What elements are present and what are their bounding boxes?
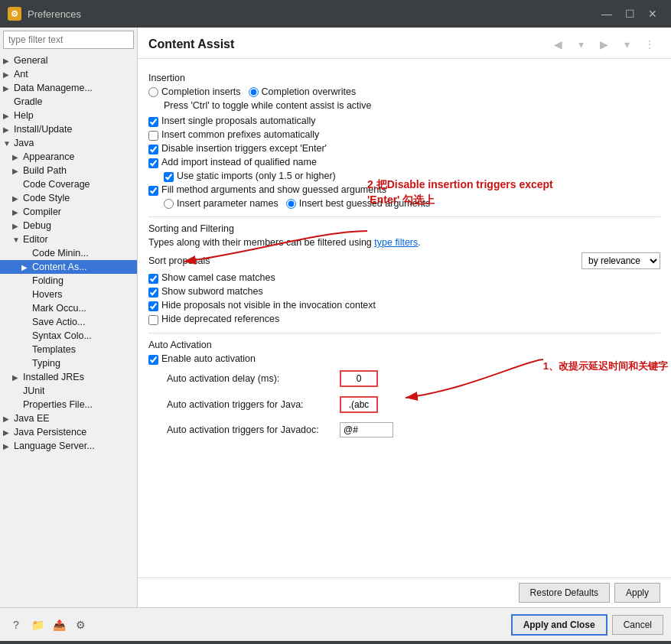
activation-delay-input[interactable] — [340, 370, 378, 387]
type-filters-link[interactable]: type filters — [374, 237, 418, 248]
sidebar-item-save-actions[interactable]: Save Actio... — [0, 315, 137, 329]
sidebar-label-editor: Editor — [23, 234, 48, 245]
sidebar-label-general: General — [14, 55, 47, 66]
activation-triggers-javadoc-label: Auto activation triggers for Javadoc: — [167, 424, 335, 435]
activation-triggers-java-input[interactable] — [340, 396, 378, 413]
restore-defaults-button[interactable]: Restore Defaults — [519, 583, 610, 603]
param-radio-group: Insert parameter names Insert best guess… — [164, 198, 660, 209]
sidebar-item-editor[interactable]: ▼Editor — [0, 233, 137, 246]
arrow-icon-code-style: ▶ — [12, 194, 23, 203]
arrow-icon-help: ▶ — [3, 112, 14, 120]
close-button[interactable]: ✕ — [642, 5, 663, 23]
sidebar-label-build-path: Build Path — [23, 165, 67, 176]
completion-overwrites-radio[interactable]: Completion overwrites — [249, 86, 357, 97]
use-static-cb[interactable]: Use static imports (only 1.5 or higher) — [164, 171, 660, 182]
auto-activation-label: Auto Activation — [148, 340, 660, 350]
arrow-icon-debug: ▶ — [12, 222, 23, 230]
sidebar-item-mark-occurrences[interactable]: Mark Occu... — [0, 301, 137, 315]
content-footer: Restore Defaults Apply — [138, 577, 671, 607]
sidebar-label-gradle: Gradle — [14, 96, 43, 107]
sidebar-item-installed-jres[interactable]: ▶Installed JREs — [0, 370, 137, 384]
activation-triggers-java-row: Auto activation triggers for Java: — [167, 396, 660, 413]
sidebar-item-language-server[interactable]: ▶Language Server... — [0, 439, 137, 453]
sidebar-item-gradle[interactable]: Gradle — [0, 95, 137, 109]
sidebar-item-compiler[interactable]: ▶Compiler — [0, 205, 137, 219]
arrow-icon-install-update: ▶ — [3, 125, 14, 134]
sidebar-item-syntax-coloring[interactable]: Syntax Colo... — [0, 329, 137, 343]
arrow-icon-language-server: ▶ — [3, 442, 14, 450]
sidebar-item-hovers[interactable]: Hovers — [0, 288, 137, 301]
arrow-icon-general: ▶ — [3, 57, 14, 65]
sidebar-label-java-ee: Java EE — [14, 413, 50, 424]
help-icon[interactable]: ? — [8, 616, 24, 633]
window-controls: — ☐ ✕ — [596, 5, 663, 23]
sidebar-item-code-mining[interactable]: Code Minin... — [0, 246, 137, 260]
sidebar-item-java-persistence[interactable]: ▶Java Persistence — [0, 425, 137, 439]
fill-method-cb[interactable]: Fill method arguments and show guessed a… — [148, 184, 660, 196]
sidebar-item-appearance[interactable]: ▶Appearance — [0, 150, 137, 164]
minimize-button[interactable]: — — [596, 5, 617, 23]
sidebar-item-java[interactable]: ▼Java — [0, 136, 137, 150]
add-import-cb[interactable]: Add import instead of qualified name — [148, 157, 660, 168]
cancel-button[interactable]: Cancel — [612, 615, 663, 635]
sidebar-label-debug: Debug — [23, 220, 51, 231]
disable-insertion-cb[interactable]: Disable insertion triggers except 'Enter… — [148, 143, 660, 154]
sidebar-item-junit[interactable]: JUnit — [0, 384, 137, 398]
sidebar-label-code-mining: Code Minin... — [32, 248, 89, 259]
sidebar-item-code-coverage[interactable]: Code Coverage — [0, 177, 137, 191]
sidebar-item-code-style[interactable]: ▶Code Style — [0, 191, 137, 205]
sidebar-item-debug[interactable]: ▶Debug — [0, 219, 137, 233]
apply-and-close-button[interactable]: Apply and Close — [511, 614, 607, 636]
sidebar-label-help: Help — [14, 110, 34, 121]
insert-best-radio[interactable]: Insert best guessed arguments — [286, 198, 431, 209]
sidebar-item-templates[interactable]: Templates — [0, 343, 137, 356]
nav-menu-button[interactable]: ⋮ — [639, 35, 660, 54]
show-camel-cb[interactable]: Show camel case matches — [148, 272, 660, 284]
hide-not-visible-label: Hide proposals not visible in the invoca… — [161, 300, 376, 311]
folder-icon[interactable]: 📁 — [29, 616, 46, 633]
sort-proposals-select[interactable]: by relevance alphabetically — [581, 252, 660, 269]
nav-forward-dropdown[interactable]: ▾ — [570, 35, 591, 54]
sidebar-item-java-ee[interactable]: ▶Java EE — [0, 411, 137, 425]
maximize-button[interactable]: ☐ — [619, 5, 640, 23]
apply-button[interactable]: Apply — [614, 583, 660, 603]
completion-inserts-radio[interactable]: Completion inserts — [148, 86, 241, 97]
arrow-icon-data-management: ▶ — [3, 84, 14, 93]
show-subword-label: Show subword matches — [161, 286, 263, 297]
sidebar-label-typing: Typing — [32, 358, 60, 369]
sidebar-label-code-coverage: Code Coverage — [23, 179, 90, 190]
sidebar-item-general[interactable]: ▶General — [0, 54, 137, 67]
settings-icon[interactable]: ⚙ — [72, 616, 89, 633]
divider-1 — [148, 216, 660, 217]
content-body: Insertion Completion inserts Completion … — [138, 59, 671, 577]
sidebar-item-install-update[interactable]: ▶Install/Update — [0, 122, 137, 136]
footer-bar: ? 📁 📤 ⚙ Apply and Close Cancel — [0, 607, 671, 641]
insert-single-cb[interactable]: Insert single proposals automatically — [148, 115, 660, 127]
nav-back-button[interactable]: ◀ — [547, 35, 568, 54]
sidebar-item-content-assist[interactable]: ▶Content As... — [0, 260, 137, 274]
hide-not-visible-cb[interactable]: Hide proposals not visible in the invoca… — [148, 300, 660, 311]
sidebar-item-ant[interactable]: ▶Ant — [0, 67, 137, 81]
hide-deprecated-label: Hide deprecated references — [161, 314, 279, 324]
show-subword-cb[interactable]: Show subword matches — [148, 286, 660, 298]
hide-deprecated-cb[interactable]: Hide deprecated references — [148, 314, 660, 325]
sidebar-label-templates: Templates — [32, 344, 76, 355]
sidebar-item-help[interactable]: ▶Help — [0, 109, 137, 122]
export-icon[interactable]: 📤 — [50, 616, 67, 633]
insert-common-cb[interactable]: Insert common prefixes automatically — [148, 129, 660, 141]
use-static-label: Use static imports (only 1.5 or higher) — [177, 171, 336, 181]
search-input[interactable] — [3, 31, 134, 49]
nav-forward-dropdown2[interactable]: ▾ — [616, 35, 637, 54]
sidebar-item-data-management[interactable]: ▶Data Manageme... — [0, 81, 137, 95]
enable-auto-cb[interactable]: Enable auto activation — [148, 353, 660, 365]
sidebar-label-java-persistence: Java Persistence — [14, 427, 86, 437]
insert-param-radio[interactable]: Insert parameter names — [164, 198, 278, 209]
nav-forward-button[interactable]: ▶ — [593, 35, 614, 54]
sidebar-item-folding[interactable]: Folding — [0, 274, 137, 288]
sidebar-item-build-path[interactable]: ▶Build Path — [0, 164, 137, 177]
search-box — [3, 31, 134, 49]
sidebar-item-properties-file[interactable]: Properties File... — [0, 398, 137, 411]
sidebar-label-content-assist: Content As... — [32, 262, 87, 272]
activation-triggers-javadoc-input[interactable] — [340, 422, 393, 437]
sidebar-item-typing[interactable]: Typing — [0, 356, 137, 370]
